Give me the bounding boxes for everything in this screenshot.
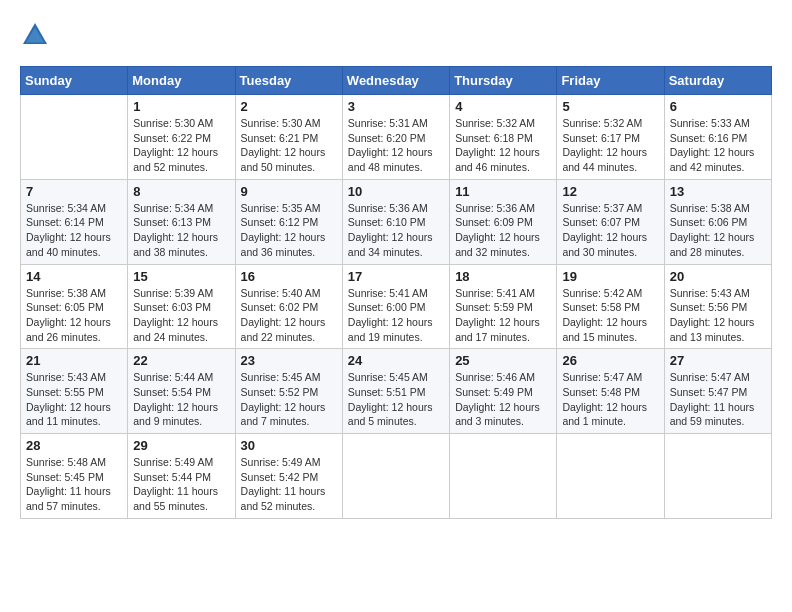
calendar-cell: 23Sunrise: 5:45 AM Sunset: 5:52 PM Dayli… (235, 349, 342, 434)
day-info: Sunrise: 5:43 AM Sunset: 5:55 PM Dayligh… (26, 370, 122, 429)
day-info: Sunrise: 5:39 AM Sunset: 6:03 PM Dayligh… (133, 286, 229, 345)
weekday-header-monday: Monday (128, 67, 235, 95)
day-number: 9 (241, 184, 337, 199)
day-number: 12 (562, 184, 658, 199)
calendar-cell: 5Sunrise: 5:32 AM Sunset: 6:17 PM Daylig… (557, 95, 664, 180)
day-info: Sunrise: 5:35 AM Sunset: 6:12 PM Dayligh… (241, 201, 337, 260)
day-info: Sunrise: 5:38 AM Sunset: 6:05 PM Dayligh… (26, 286, 122, 345)
day-number: 13 (670, 184, 766, 199)
weekday-header-sunday: Sunday (21, 67, 128, 95)
calendar-cell: 14Sunrise: 5:38 AM Sunset: 6:05 PM Dayli… (21, 264, 128, 349)
calendar-cell (21, 95, 128, 180)
day-info: Sunrise: 5:30 AM Sunset: 6:22 PM Dayligh… (133, 116, 229, 175)
day-info: Sunrise: 5:41 AM Sunset: 5:59 PM Dayligh… (455, 286, 551, 345)
calendar-cell: 15Sunrise: 5:39 AM Sunset: 6:03 PM Dayli… (128, 264, 235, 349)
day-number: 29 (133, 438, 229, 453)
day-number: 28 (26, 438, 122, 453)
day-info: Sunrise: 5:49 AM Sunset: 5:44 PM Dayligh… (133, 455, 229, 514)
calendar-cell: 22Sunrise: 5:44 AM Sunset: 5:54 PM Dayli… (128, 349, 235, 434)
logo-icon (20, 20, 50, 50)
day-info: Sunrise: 5:33 AM Sunset: 6:16 PM Dayligh… (670, 116, 766, 175)
day-number: 6 (670, 99, 766, 114)
calendar-cell: 2Sunrise: 5:30 AM Sunset: 6:21 PM Daylig… (235, 95, 342, 180)
calendar-cell: 27Sunrise: 5:47 AM Sunset: 5:47 PM Dayli… (664, 349, 771, 434)
day-info: Sunrise: 5:45 AM Sunset: 5:52 PM Dayligh… (241, 370, 337, 429)
day-number: 8 (133, 184, 229, 199)
day-number: 30 (241, 438, 337, 453)
calendar-cell (450, 434, 557, 519)
calendar-cell: 19Sunrise: 5:42 AM Sunset: 5:58 PM Dayli… (557, 264, 664, 349)
weekday-header-saturday: Saturday (664, 67, 771, 95)
calendar-cell (557, 434, 664, 519)
day-number: 26 (562, 353, 658, 368)
calendar-cell: 28Sunrise: 5:48 AM Sunset: 5:45 PM Dayli… (21, 434, 128, 519)
day-info: Sunrise: 5:44 AM Sunset: 5:54 PM Dayligh… (133, 370, 229, 429)
calendar-cell: 4Sunrise: 5:32 AM Sunset: 6:18 PM Daylig… (450, 95, 557, 180)
day-info: Sunrise: 5:42 AM Sunset: 5:58 PM Dayligh… (562, 286, 658, 345)
weekday-header-wednesday: Wednesday (342, 67, 449, 95)
day-info: Sunrise: 5:40 AM Sunset: 6:02 PM Dayligh… (241, 286, 337, 345)
calendar-cell: 25Sunrise: 5:46 AM Sunset: 5:49 PM Dayli… (450, 349, 557, 434)
day-number: 16 (241, 269, 337, 284)
calendar-cell: 3Sunrise: 5:31 AM Sunset: 6:20 PM Daylig… (342, 95, 449, 180)
calendar-cell: 18Sunrise: 5:41 AM Sunset: 5:59 PM Dayli… (450, 264, 557, 349)
calendar-cell: 13Sunrise: 5:38 AM Sunset: 6:06 PM Dayli… (664, 179, 771, 264)
calendar-cell: 30Sunrise: 5:49 AM Sunset: 5:42 PM Dayli… (235, 434, 342, 519)
day-number: 5 (562, 99, 658, 114)
calendar-cell (342, 434, 449, 519)
day-number: 3 (348, 99, 444, 114)
day-number: 24 (348, 353, 444, 368)
calendar-cell: 10Sunrise: 5:36 AM Sunset: 6:10 PM Dayli… (342, 179, 449, 264)
day-number: 1 (133, 99, 229, 114)
day-number: 7 (26, 184, 122, 199)
day-info: Sunrise: 5:41 AM Sunset: 6:00 PM Dayligh… (348, 286, 444, 345)
day-info: Sunrise: 5:32 AM Sunset: 6:18 PM Dayligh… (455, 116, 551, 175)
logo (20, 20, 52, 50)
day-number: 4 (455, 99, 551, 114)
day-number: 22 (133, 353, 229, 368)
calendar-cell: 21Sunrise: 5:43 AM Sunset: 5:55 PM Dayli… (21, 349, 128, 434)
day-info: Sunrise: 5:36 AM Sunset: 6:10 PM Dayligh… (348, 201, 444, 260)
calendar-cell: 20Sunrise: 5:43 AM Sunset: 5:56 PM Dayli… (664, 264, 771, 349)
calendar-cell: 1Sunrise: 5:30 AM Sunset: 6:22 PM Daylig… (128, 95, 235, 180)
calendar-table: SundayMondayTuesdayWednesdayThursdayFrid… (20, 66, 772, 519)
day-info: Sunrise: 5:34 AM Sunset: 6:14 PM Dayligh… (26, 201, 122, 260)
day-number: 15 (133, 269, 229, 284)
day-info: Sunrise: 5:49 AM Sunset: 5:42 PM Dayligh… (241, 455, 337, 514)
day-info: Sunrise: 5:32 AM Sunset: 6:17 PM Dayligh… (562, 116, 658, 175)
day-info: Sunrise: 5:47 AM Sunset: 5:47 PM Dayligh… (670, 370, 766, 429)
day-number: 27 (670, 353, 766, 368)
day-number: 23 (241, 353, 337, 368)
calendar-cell: 16Sunrise: 5:40 AM Sunset: 6:02 PM Dayli… (235, 264, 342, 349)
calendar-cell: 9Sunrise: 5:35 AM Sunset: 6:12 PM Daylig… (235, 179, 342, 264)
day-number: 20 (670, 269, 766, 284)
day-info: Sunrise: 5:47 AM Sunset: 5:48 PM Dayligh… (562, 370, 658, 429)
calendar-cell: 29Sunrise: 5:49 AM Sunset: 5:44 PM Dayli… (128, 434, 235, 519)
day-number: 11 (455, 184, 551, 199)
day-number: 17 (348, 269, 444, 284)
weekday-header-tuesday: Tuesday (235, 67, 342, 95)
calendar-cell: 8Sunrise: 5:34 AM Sunset: 6:13 PM Daylig… (128, 179, 235, 264)
day-info: Sunrise: 5:45 AM Sunset: 5:51 PM Dayligh… (348, 370, 444, 429)
day-info: Sunrise: 5:48 AM Sunset: 5:45 PM Dayligh… (26, 455, 122, 514)
day-number: 2 (241, 99, 337, 114)
calendar-cell: 11Sunrise: 5:36 AM Sunset: 6:09 PM Dayli… (450, 179, 557, 264)
calendar-cell: 17Sunrise: 5:41 AM Sunset: 6:00 PM Dayli… (342, 264, 449, 349)
calendar-cell: 24Sunrise: 5:45 AM Sunset: 5:51 PM Dayli… (342, 349, 449, 434)
day-info: Sunrise: 5:36 AM Sunset: 6:09 PM Dayligh… (455, 201, 551, 260)
day-number: 21 (26, 353, 122, 368)
page-header (20, 20, 772, 50)
day-number: 10 (348, 184, 444, 199)
day-info: Sunrise: 5:38 AM Sunset: 6:06 PM Dayligh… (670, 201, 766, 260)
day-info: Sunrise: 5:43 AM Sunset: 5:56 PM Dayligh… (670, 286, 766, 345)
day-number: 25 (455, 353, 551, 368)
day-info: Sunrise: 5:30 AM Sunset: 6:21 PM Dayligh… (241, 116, 337, 175)
weekday-header-thursday: Thursday (450, 67, 557, 95)
calendar-cell: 26Sunrise: 5:47 AM Sunset: 5:48 PM Dayli… (557, 349, 664, 434)
day-number: 18 (455, 269, 551, 284)
day-number: 19 (562, 269, 658, 284)
calendar-cell: 7Sunrise: 5:34 AM Sunset: 6:14 PM Daylig… (21, 179, 128, 264)
calendar-cell (664, 434, 771, 519)
day-info: Sunrise: 5:46 AM Sunset: 5:49 PM Dayligh… (455, 370, 551, 429)
day-info: Sunrise: 5:37 AM Sunset: 6:07 PM Dayligh… (562, 201, 658, 260)
